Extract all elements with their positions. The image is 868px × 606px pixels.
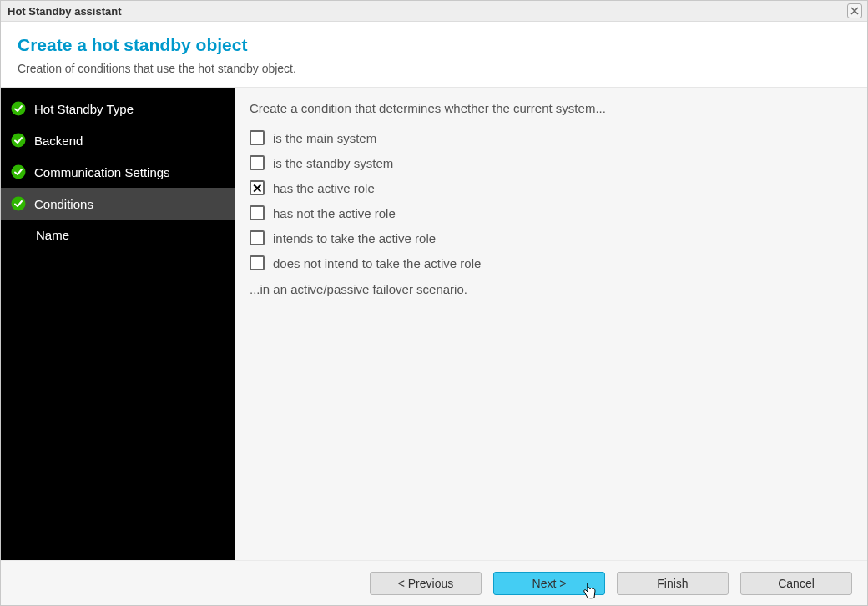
wizard-window: Hot Standby assistant Create a hot stand… [0, 0, 868, 606]
checkbox[interactable] [250, 155, 265, 170]
option-label: has not the active role [273, 206, 396, 220]
option-intends-take-active-role[interactable]: intends to take the active role [250, 225, 852, 250]
step-label: Backend [34, 134, 83, 148]
step-hot-standby-type[interactable]: Hot Standby Type [1, 93, 235, 124]
check-icon [11, 164, 26, 179]
check-icon [11, 133, 26, 148]
wizard-sidebar: Hot Standby Type Backend Communication S… [1, 88, 235, 560]
window-title: Hot Standby assistant [8, 5, 122, 18]
previous-button[interactable]: < Previous [370, 572, 482, 595]
pointer-cursor-icon [583, 581, 598, 599]
content-trail: ...in an active/passive failover scenari… [250, 282, 852, 296]
svg-point-4 [12, 165, 26, 179]
check-icon [11, 196, 26, 211]
option-does-not-intend-take-active-role[interactable]: does not intend to take the active role [250, 250, 852, 275]
checkbox[interactable] [250, 205, 265, 220]
cancel-button[interactable]: Cancel [740, 572, 852, 595]
checkbox[interactable] [250, 255, 265, 270]
titlebar: Hot Standby assistant [1, 1, 867, 22]
next-button[interactable]: Next > [493, 572, 605, 595]
step-communication-settings[interactable]: Communication Settings [1, 156, 235, 188]
close-icon [850, 7, 859, 15]
option-label: is the standby system [273, 156, 393, 170]
step-backend[interactable]: Backend [1, 124, 235, 156]
step-label: Name [36, 228, 69, 242]
checkbox[interactable] [250, 130, 265, 145]
content-lead: Create a condition that determines wheth… [250, 101, 852, 115]
option-label: has the active role [273, 181, 375, 195]
checkbox[interactable] [250, 230, 265, 245]
step-label: Hot Standby Type [34, 102, 134, 116]
body: Hot Standby Type Backend Communication S… [1, 88, 867, 560]
option-label: is the main system [273, 131, 376, 145]
content-panel: Create a condition that determines wheth… [235, 88, 867, 560]
svg-point-3 [12, 134, 26, 148]
close-button[interactable] [847, 3, 862, 18]
header: Create a hot standby object Creation of … [1, 22, 867, 88]
step-label: Conditions [34, 197, 93, 211]
svg-point-2 [12, 102, 26, 116]
step-name[interactable]: Name [1, 220, 235, 250]
step-label: Communication Settings [34, 165, 170, 179]
option-label: intends to take the active role [273, 231, 436, 245]
finish-button[interactable]: Finish [617, 572, 729, 595]
page-title: Create a hot standby object [18, 35, 850, 55]
option-is-main-system[interactable]: is the main system [250, 125, 852, 150]
option-is-standby-system[interactable]: is the standby system [250, 150, 852, 175]
check-icon [11, 101, 26, 116]
next-button-label: Next > [532, 577, 567, 590]
step-conditions[interactable]: Conditions [1, 188, 235, 220]
svg-point-5 [12, 197, 26, 211]
button-bar: < Previous Next > Finish Cancel [1, 560, 867, 605]
option-label: does not intend to take the active role [273, 256, 481, 270]
option-has-active-role[interactable]: has the active role [250, 175, 852, 200]
option-has-not-active-role[interactable]: has not the active role [250, 200, 852, 225]
checkbox[interactable] [250, 180, 265, 195]
page-subtitle: Creation of conditions that use the hot … [18, 62, 850, 75]
